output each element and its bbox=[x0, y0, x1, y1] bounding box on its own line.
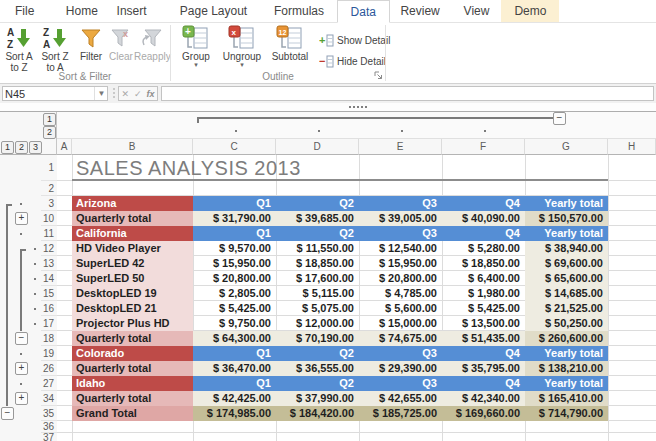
reapply-filter-button[interactable]: Reapply bbox=[134, 25, 170, 62]
cell-D3-quarter-header[interactable]: Q2 bbox=[276, 196, 359, 211]
cell-B27-state[interactable]: Idaho bbox=[72, 376, 193, 391]
cell-B10-subtotal[interactable]: Quarterly total bbox=[72, 211, 193, 226]
name-box[interactable] bbox=[2, 86, 108, 101]
cell-E19-quarter-header[interactable]: Q3 bbox=[359, 346, 442, 361]
cell-C13-value[interactable]: $ 15,950.00 bbox=[193, 256, 276, 271]
row-header-11[interactable]: 11 bbox=[41, 226, 57, 241]
col-group-collapse-button[interactable]: − bbox=[553, 112, 566, 125]
cancel-entry-button[interactable]: ✕ bbox=[121, 89, 129, 99]
cell-B14-product[interactable]: SuperLED 50 bbox=[72, 271, 193, 286]
hide-detail-button[interactable]: − Hide Detail bbox=[319, 53, 386, 69]
cell-B17-product[interactable]: Projector Plus HD bbox=[72, 316, 193, 331]
subtotal-button[interactable]: 12 Subtotal bbox=[267, 25, 313, 62]
cell-E12-value[interactable]: $ 12,540.00 bbox=[359, 241, 442, 256]
tab-view[interactable]: View bbox=[451, 0, 503, 22]
tab-demo[interactable]: Demo bbox=[501, 0, 559, 22]
cell-E34-value[interactable]: $ 42,655.00 bbox=[359, 391, 442, 406]
cell-E26-value[interactable]: $ 29,390.00 bbox=[359, 361, 442, 376]
cell-D13-value[interactable]: $ 18,850.00 bbox=[276, 256, 359, 271]
cell-G17-value[interactable]: $ 50,250.00 bbox=[525, 316, 608, 331]
cell-D27-quarter-header[interactable]: Q2 bbox=[276, 376, 359, 391]
cell-C27-quarter-header[interactable]: Q1 bbox=[193, 376, 276, 391]
cell-C11-quarter-header[interactable]: Q1 bbox=[193, 226, 276, 241]
row-group-collapse-button-18[interactable]: − bbox=[15, 332, 28, 345]
cell-F26-value[interactable]: $ 35,795.00 bbox=[442, 361, 525, 376]
cell-G26-value[interactable]: $ 138,210.00 bbox=[525, 361, 608, 376]
cell-G13-value[interactable]: $ 69,600.00 bbox=[525, 256, 608, 271]
row-header-37[interactable]: 37 bbox=[41, 433, 57, 441]
cell-G15-value[interactable]: $ 14,685.00 bbox=[525, 286, 608, 301]
ungroup-button[interactable]: x Ungroup ▾ bbox=[219, 25, 265, 68]
row-level-button-3[interactable]: 3 bbox=[29, 141, 42, 154]
cell-E17-value[interactable]: $ 15,000.00 bbox=[359, 316, 442, 331]
cell-C12-value[interactable]: $ 9,570.00 bbox=[193, 241, 276, 256]
cell-D18-value[interactable]: $ 70,190.00 bbox=[276, 331, 359, 346]
cell-D10-value[interactable]: $ 39,685.00 bbox=[276, 211, 359, 226]
cell-D12-value[interactable]: $ 11,550.00 bbox=[276, 241, 359, 256]
cell-C14-value[interactable]: $ 20,800.00 bbox=[193, 271, 276, 286]
column-header-F[interactable]: F bbox=[442, 139, 525, 155]
row-header-18[interactable]: 18 bbox=[41, 331, 57, 346]
cell-G35-value[interactable]: $ 714,790.00 bbox=[525, 406, 608, 421]
cell-F19-quarter-header[interactable]: Q4 bbox=[442, 346, 525, 361]
cell-D17-value[interactable]: $ 12,000.00 bbox=[276, 316, 359, 331]
column-header-D[interactable]: D bbox=[276, 139, 359, 155]
cell-B35-grand-total[interactable]: Grand Total bbox=[72, 406, 193, 421]
cell-C16-value[interactable]: $ 5,425.00 bbox=[193, 301, 276, 316]
cell-F18-value[interactable]: $ 51,435.00 bbox=[442, 331, 525, 346]
cell-F12-value[interactable]: $ 5,280.00 bbox=[442, 241, 525, 256]
cell-F10-value[interactable]: $ 40,090.00 bbox=[442, 211, 525, 226]
cell-C15-value[interactable]: $ 2,805.00 bbox=[193, 286, 276, 301]
cell-F35-value[interactable]: $ 169,660.00 bbox=[442, 406, 525, 421]
formula-bar-splitter[interactable] bbox=[0, 103, 656, 112]
row-header-17[interactable]: 17 bbox=[41, 316, 57, 331]
cell-E3-quarter-header[interactable]: Q3 bbox=[359, 196, 442, 211]
cell-C18-value[interactable]: $ 64,300.00 bbox=[193, 331, 276, 346]
row-group-collapse-button-35[interactable]: − bbox=[1, 407, 14, 420]
cell-F17-value[interactable]: $ 13,500.00 bbox=[442, 316, 525, 331]
cell-C26-value[interactable]: $ 36,470.00 bbox=[193, 361, 276, 376]
row-header-13[interactable]: 13 bbox=[41, 256, 57, 271]
cell-D35-value[interactable]: $ 184,420.00 bbox=[276, 406, 359, 421]
cell-D16-value[interactable]: $ 5,075.00 bbox=[276, 301, 359, 316]
row-level-button-1[interactable]: 1 bbox=[1, 141, 14, 154]
cell-E35-value[interactable]: $ 185,725.00 bbox=[359, 406, 442, 421]
cell-F16-value[interactable]: $ 5,425.00 bbox=[442, 301, 525, 316]
formula-bar-grip[interactable] bbox=[112, 88, 115, 100]
tab-data[interactable]: Data bbox=[337, 0, 390, 23]
cell-D19-quarter-header[interactable]: Q2 bbox=[276, 346, 359, 361]
cell-E14-value[interactable]: $ 20,800.00 bbox=[359, 271, 442, 286]
row-header-15[interactable]: 15 bbox=[41, 286, 57, 301]
row-header-14[interactable]: 14 bbox=[41, 271, 57, 286]
row-header-34[interactable]: 34 bbox=[41, 391, 57, 406]
cell-E27-quarter-header[interactable]: Q3 bbox=[359, 376, 442, 391]
cell-G3-quarter-header[interactable]: Yearly total bbox=[525, 196, 608, 211]
cell-B34-subtotal[interactable]: Quarterly total bbox=[72, 391, 193, 406]
cell-D15-value[interactable]: $ 5,115.00 bbox=[276, 286, 359, 301]
row-header-2[interactable]: 2 bbox=[41, 181, 57, 196]
cell-G19-quarter-header[interactable]: Yearly total bbox=[525, 346, 608, 361]
cell-C34-value[interactable]: $ 42,425.00 bbox=[193, 391, 276, 406]
column-header-C[interactable]: C bbox=[193, 139, 276, 155]
cell-F14-value[interactable]: $ 6,400.00 bbox=[442, 271, 525, 286]
clear-filter-button[interactable]: x Clear bbox=[106, 25, 136, 62]
cell-G16-value[interactable]: $ 21,525.00 bbox=[525, 301, 608, 316]
outline-dialog-launcher-button[interactable] bbox=[374, 71, 383, 80]
cell-F3-quarter-header[interactable]: Q4 bbox=[442, 196, 525, 211]
cell-B1-title[interactable]: SALES ANALYSIS 2013 bbox=[72, 155, 608, 181]
sort-z-to-a-button[interactable]: ZA Sort Z to A bbox=[38, 25, 72, 73]
cell-D11-quarter-header[interactable]: Q2 bbox=[276, 226, 359, 241]
cell-B16-product[interactable]: DesktopLED 21 bbox=[72, 301, 193, 316]
cell-C3-quarter-header[interactable]: Q1 bbox=[193, 196, 276, 211]
cell-G14-value[interactable]: $ 65,600.00 bbox=[525, 271, 608, 286]
row-group-expand-button-26[interactable]: + bbox=[15, 362, 28, 375]
tab-page-layout[interactable]: Page Layout bbox=[167, 0, 260, 22]
cell-C10-value[interactable]: $ 31,790.00 bbox=[193, 211, 276, 226]
row-header-27[interactable]: 27 bbox=[41, 376, 57, 391]
row-header-26[interactable]: 26 bbox=[41, 361, 57, 376]
cell-E18-value[interactable]: $ 74,675.00 bbox=[359, 331, 442, 346]
cell-B18-subtotal[interactable]: Quarterly total bbox=[72, 331, 193, 346]
tab-formulas[interactable]: Formulas bbox=[261, 0, 337, 22]
cell-F11-quarter-header[interactable]: Q4 bbox=[442, 226, 525, 241]
row-header-3[interactable]: 3 bbox=[41, 196, 57, 211]
